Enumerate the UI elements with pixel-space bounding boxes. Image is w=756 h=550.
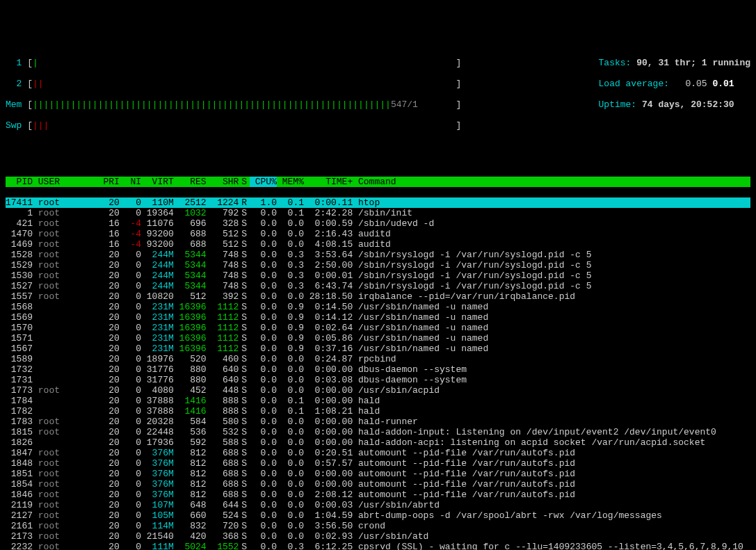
cell-pri: 20 [93, 437, 120, 448]
cell-s: S [239, 490, 250, 500]
col-header-ni[interactable]: NI [120, 177, 141, 187]
cell-cpu: 0.0 [250, 521, 277, 531]
process-table-header[interactable]: PIDUSERPRINIVIRTRESSHRSCPU%MEM%TIME+Comm… [6, 177, 750, 187]
col-header-pid[interactable]: PID [6, 177, 33, 187]
cell-pid: 1847 [6, 448, 33, 458]
cell-shr: 1552 [207, 542, 239, 550]
table-row[interactable]: 2161root200114M832720S0.00.03:56.50crond [6, 521, 750, 531]
cell-virt: 31776 [141, 364, 174, 375]
table-row[interactable]: 1854root200376M812688S0.00.00:00.00autom… [6, 479, 750, 490]
table-row[interactable]: 1847root200376M812688S0.00.00:20.51autom… [6, 448, 750, 458]
col-header-cpu[interactable]: CPU% [250, 177, 277, 187]
table-row[interactable]: 2232root200111M50241552S0.00.36:12.25cps… [6, 542, 750, 550]
cell-pri: 20 [93, 406, 120, 416]
table-row[interactable]: 1530root200244M5344748S0.00.30:00.01/sbi… [6, 270, 750, 281]
cell-mem: 0.0 [277, 385, 304, 396]
table-row[interactable]: 1527root200244M5344748S0.00.36:43.74/sbi… [6, 281, 750, 291]
cell-cpu: 0.0 [250, 510, 277, 521]
col-header-shr[interactable]: SHR [207, 177, 239, 187]
cell-cmd: irqbalance --pid=/var/run/irqbalance.pid [353, 291, 575, 302]
cell-pri: 20 [93, 479, 120, 490]
cell-cmd: hald-addon-acpi: listening on acpid sock… [353, 437, 705, 448]
cell-cpu: 0.0 [250, 239, 277, 250]
cell-cpu: 0.0 [250, 406, 277, 416]
cell-cmd: /sbin/rsyslogd -i /var/run/syslogd.pid -… [353, 260, 591, 270]
table-row[interactable]: 1815root20022448536532S0.00.00:00.00hald… [6, 427, 750, 437]
cell-user: root [33, 291, 93, 302]
table-row[interactable]: 1782200378881416888S0.00.11:08.21hald [6, 406, 750, 416]
col-header-virt[interactable]: VIRT [141, 177, 174, 187]
table-row[interactable]: 1567200231M163961112S0.00.90:37.16/usr/s… [6, 343, 750, 354]
col-header-s[interactable]: S [239, 177, 250, 187]
table-row[interactable]: 1469root16-493200688512S0.00.04:08.15aud… [6, 239, 750, 250]
cell-time: 0:24.87 [304, 354, 353, 364]
cell-pid: 1848 [6, 458, 33, 469]
cell-res: 520 [174, 354, 207, 364]
table-row[interactable]: 182620017936592588S0.00.00:00.00hald-add… [6, 437, 750, 448]
cell-virt: 31776 [141, 375, 174, 385]
cell-cmd: /usr/sbin/named -u named [353, 333, 488, 343]
cell-cmd: /usr/sbin/named -u named [353, 323, 488, 333]
cell-s: S [239, 354, 250, 364]
cell-cmd: automount --pid-file /var/run/autofs.pid [353, 458, 575, 469]
table-row[interactable]: 421root16-411076696328S0.00.00:00.59/sbi… [6, 218, 750, 229]
cell-s: S [239, 364, 250, 375]
col-header-cmd[interactable]: Command [353, 177, 396, 187]
table-row[interactable]: 1557root20010820512392S0.00.028:18.50irq… [6, 291, 750, 302]
cell-shr: 1112 [207, 323, 239, 333]
table-row[interactable]: 173120031776880640S0.00.00:03.08dbus-dae… [6, 375, 750, 385]
cell-cmd: dbus-daemon --system [353, 364, 467, 375]
cell-ni: 0 [120, 510, 141, 521]
table-row[interactable]: 2127root200105M660524S0.00.01:04.59abrt-… [6, 510, 750, 521]
col-header-mem[interactable]: MEM% [277, 177, 304, 187]
cell-res: 5344 [174, 270, 207, 281]
table-row[interactable]: 1568200231M163961112S0.00.90:14.50/usr/s… [6, 302, 750, 312]
cell-cpu: 0.0 [250, 458, 277, 469]
cell-res: 648 [174, 500, 207, 510]
cell-time: 2:16.43 [304, 229, 353, 239]
cell-cpu: 0.0 [250, 260, 277, 270]
cell-virt: 231M [141, 333, 174, 343]
table-row[interactable]: 1784200378881416888S0.00.10:00.00hald [6, 396, 750, 406]
cell-user: root [33, 250, 93, 260]
cell-cpu: 0.0 [250, 542, 277, 550]
cell-shr: 688 [207, 448, 239, 458]
cell-res: 812 [174, 469, 207, 479]
col-header-user[interactable]: USER [33, 177, 93, 187]
table-row[interactable]: 1773root2004080452448S0.00.00:00.00/usr/… [6, 385, 750, 396]
cell-res: 812 [174, 458, 207, 469]
table-row[interactable]: 1529root200244M5344748S0.00.32:50.00/sbi… [6, 260, 750, 270]
table-row[interactable]: 1783root20020328584580S0.00.00:00.00hald… [6, 416, 750, 427]
col-header-res[interactable]: RES [174, 177, 207, 187]
col-header-pri[interactable]: PRI [93, 177, 120, 187]
cell-pri: 20 [93, 250, 120, 260]
cell-cmd: /usr/sbin/acpid [353, 385, 440, 396]
cpu2-close: ] [44, 79, 462, 89]
table-row[interactable]: 1470root16-493200688512S0.00.02:16.43aud… [6, 229, 750, 239]
cell-s: S [239, 260, 250, 270]
table-row[interactable]: 1root200193641032792S0.00.12:42.28/sbin/… [6, 208, 750, 218]
cell-pid: 1568 [6, 302, 33, 312]
cell-ni: 0 [120, 250, 141, 260]
cell-pid: 1815 [6, 427, 33, 437]
table-row[interactable]: 158920018976520460S0.00.00:24.87rpcbind [6, 354, 750, 364]
table-row[interactable]: 1846root200376M812688S0.00.02:08.12autom… [6, 490, 750, 500]
cell-pid: 1826 [6, 437, 33, 448]
col-header-time[interactable]: TIME+ [304, 177, 353, 187]
table-row[interactable]: 1570200231M163961112S0.00.90:02.64/usr/s… [6, 323, 750, 333]
load-label: Load average: [599, 79, 669, 89]
table-row[interactable]: 17411root200110M25121224R1.00.10:00.11ht… [6, 197, 750, 208]
cell-cpu: 0.0 [250, 208, 277, 218]
cell-pid: 1854 [6, 479, 33, 490]
table-row[interactable]: 2119root200107M648644S0.00.00:00.03/usr/… [6, 500, 750, 510]
table-row[interactable]: 1528root200244M5344748S0.00.33:53.64/sbi… [6, 250, 750, 260]
table-row[interactable]: 1848root200376M812688S0.00.00:57.57autom… [6, 458, 750, 469]
table-row[interactable]: 1571200231M163961112S0.00.90:05.86/usr/s… [6, 333, 750, 343]
cell-res: 16396 [174, 302, 207, 312]
table-row[interactable]: 173220031776880640S0.00.00:00.00dbus-dae… [6, 364, 750, 375]
table-row[interactable]: 2173root20021540420368S0.00.00:02.93/usr… [6, 531, 750, 542]
table-row[interactable]: 1851root200376M812688S0.00.00:00.00autom… [6, 469, 750, 479]
table-row[interactable]: 1569200231M163961112S0.00.90:14.12/usr/s… [6, 312, 750, 323]
load-value: 0.05 [669, 79, 712, 89]
process-table-body[interactable]: 17411root200110M25121224R1.00.10:00.11ht… [6, 197, 750, 550]
